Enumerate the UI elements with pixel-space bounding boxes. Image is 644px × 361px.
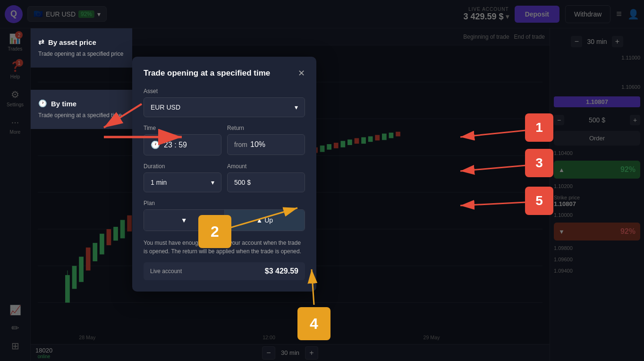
live-account-row: Live account $3 429.59 bbox=[144, 262, 305, 280]
return-group: Return from 10% bbox=[227, 125, 305, 155]
by-time-card[interactable]: 🕐 By time Trade opening at a specified t… bbox=[31, 90, 132, 129]
chevron-down-icon: ▾ bbox=[295, 103, 298, 111]
asset-price-icon: ⇄ bbox=[38, 38, 44, 46]
modal-header: Trade opening at a specified time ✕ bbox=[144, 68, 305, 78]
time-input-field[interactable]: 🕐 23 : 59 bbox=[144, 134, 221, 155]
plan-up-button[interactable]: ▲ Up bbox=[224, 210, 305, 231]
live-account-row-label: Live account bbox=[150, 268, 182, 275]
annotation-3: 3 bbox=[525, 149, 553, 177]
annotation-1: 1 bbox=[525, 113, 553, 142]
amount-group: Amount 500 $ bbox=[227, 163, 305, 192]
asset-group: Asset EUR USD ▾ bbox=[144, 88, 305, 117]
duration-amount-row: Duration 1 min ▾ Amount 500 $ bbox=[144, 163, 305, 192]
asset-select-dropdown[interactable]: EUR USD ▾ bbox=[144, 97, 305, 117]
amount-input-field[interactable]: 500 $ bbox=[227, 172, 305, 192]
time-label: Time bbox=[144, 125, 221, 131]
by-asset-price-card[interactable]: ⇄ By asset price Trade opening at a spec… bbox=[31, 28, 132, 68]
by-asset-title: By asset price bbox=[48, 38, 96, 46]
time-return-row: Time 🕐 23 : 59 Return from 10% bbox=[144, 125, 305, 155]
amount-value: 500 $ bbox=[234, 179, 251, 186]
annotation-5: 5 bbox=[525, 187, 553, 215]
time-value: 23 : 59 bbox=[164, 141, 187, 149]
plan-up-label: Up bbox=[264, 216, 273, 224]
chevron-down-icon: ▾ bbox=[211, 179, 214, 186]
by-asset-desc: Trade opening at a specified price bbox=[38, 50, 125, 58]
duration-group: Duration 1 min ▾ bbox=[144, 163, 221, 192]
up-arrow-icon: ▲ bbox=[256, 216, 264, 224]
from-text: from bbox=[234, 141, 247, 148]
duration-label: Duration bbox=[144, 163, 221, 170]
amount-label: Amount bbox=[227, 163, 305, 170]
return-label: Return bbox=[227, 125, 305, 131]
asset-label: Asset bbox=[144, 88, 305, 95]
return-input-field: from 10% bbox=[227, 134, 305, 155]
asset-selected-value: EUR USD bbox=[151, 103, 180, 111]
by-time-desc: Trade opening at a specified time bbox=[38, 112, 125, 120]
clock-icon: 🕐 bbox=[38, 99, 47, 108]
by-time-title: By time bbox=[51, 100, 76, 108]
clock-icon: 🕐 bbox=[151, 140, 160, 149]
plan-label: Plan bbox=[144, 200, 305, 206]
return-pct-value: 10% bbox=[250, 140, 265, 149]
annotation-2: 2 bbox=[198, 215, 231, 248]
duration-select-dropdown[interactable]: 1 min ▾ bbox=[144, 172, 221, 192]
time-group: Time 🕐 23 : 59 bbox=[144, 125, 221, 155]
down-arrow-icon: ▼ bbox=[181, 216, 187, 224]
modal-dialog: Trade opening at a specified time ✕ Asse… bbox=[132, 57, 316, 292]
modal-title: Trade opening at a specified time bbox=[144, 69, 270, 78]
modal-close-button[interactable]: ✕ bbox=[298, 68, 305, 78]
duration-value: 1 min bbox=[151, 179, 167, 186]
live-account-row-amount: $3 429.59 bbox=[265, 267, 298, 275]
annotation-4: 4 bbox=[297, 307, 330, 340]
